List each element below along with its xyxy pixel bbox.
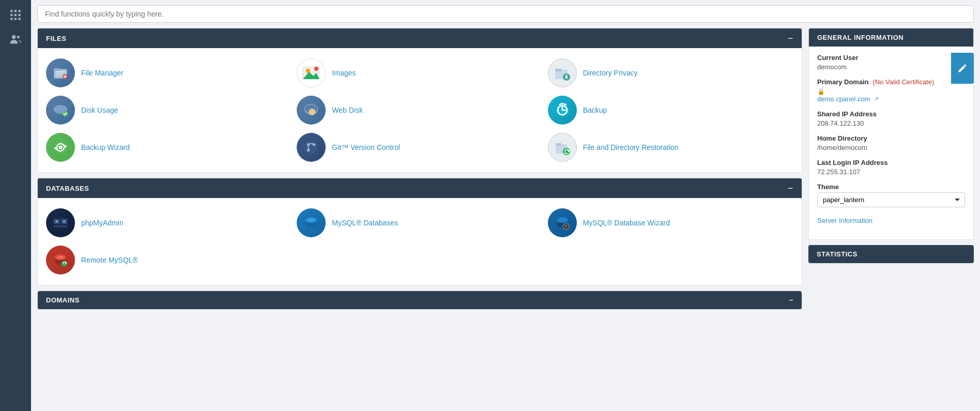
left-sidebar <box>0 0 31 411</box>
general-info-header: GENERAL INFORMATION <box>809 28 973 47</box>
web-disk-label: Web Disk <box>332 106 363 114</box>
databases-section-header[interactable]: DATABASES − <box>38 178 802 198</box>
primary-domain-row: Primary Domain (No Valid Certificate) 🔒 … <box>817 78 965 103</box>
main-container: FILES − <box>31 0 980 411</box>
home-dir-label: Home Directory <box>817 134 965 142</box>
images-item[interactable]: Images <box>297 58 542 87</box>
disk-usage-label: Disk Usage <box>81 106 118 114</box>
backup-wizard-icon <box>46 133 75 162</box>
general-info-panel: GENERAL INFORMATION Current User democom… <box>808 28 974 240</box>
home-dir-value: /home/democom <box>817 144 965 151</box>
external-link-icon: ↗ <box>874 96 879 102</box>
git-icon <box>297 133 326 162</box>
svg-rect-24 <box>555 69 561 71</box>
statistics-header: STATISTICS <box>817 250 858 258</box>
last-login-row: Last Login IP Address 72.255.31.107 <box>817 159 965 176</box>
lock-icon: 🔒 <box>817 88 825 95</box>
server-info-link[interactable]: Server Information <box>817 217 872 224</box>
users-icon[interactable] <box>6 30 25 50</box>
mysql-icon <box>297 208 326 237</box>
databases-section-title: DATABASES <box>46 185 89 192</box>
svg-point-74 <box>57 256 64 258</box>
domains-section-header[interactable]: DOMAINS − <box>38 291 802 309</box>
svg-rect-27 <box>565 77 568 79</box>
mysql-database-wizard-label: MySQL® Database Wizard <box>583 219 670 227</box>
file-restore-icon <box>548 133 577 162</box>
svg-rect-49 <box>556 143 561 146</box>
backup-label: Backup <box>583 106 607 114</box>
file-manager-icon <box>46 58 75 87</box>
mysql-databases-label: MySQL® Databases <box>332 219 398 227</box>
git-version-control-item[interactable]: Git™ Version Control <box>297 133 542 162</box>
svg-point-66 <box>557 217 568 223</box>
last-login-label: Last Login IP Address <box>817 159 965 166</box>
svg-rect-4 <box>14 14 17 16</box>
databases-section: DATABASES − <box>37 178 802 285</box>
svg-point-9 <box>12 35 16 39</box>
mysql-wizard-icon <box>548 208 577 237</box>
shared-ip-value: 208.74.122.130 <box>817 119 965 127</box>
content-area: FILES − <box>31 28 980 411</box>
svg-rect-0 <box>10 10 12 12</box>
home-dir-row: Home Directory /home/democom <box>817 134 965 151</box>
edit-domain-button[interactable] <box>951 53 974 84</box>
theme-select[interactable]: paper_lantern x3 x2 <box>817 192 965 207</box>
domains-collapse-icon: − <box>789 296 793 304</box>
server-info-row: Server Information <box>817 215 965 225</box>
no-valid-cert-badge: (No Valid Certificate) <box>872 78 934 86</box>
disk-usage-icon <box>46 96 75 125</box>
general-info-body: Current User democom Primary Domain (No … <box>809 47 973 239</box>
git-version-control-label: Git™ Version Control <box>332 143 400 151</box>
directory-privacy-label: Directory Privacy <box>583 69 638 77</box>
primary-domain-label: Primary Domain (No Valid Certificate) <box>817 78 939 86</box>
svg-rect-55 <box>54 225 67 227</box>
svg-rect-5 <box>18 14 20 16</box>
right-panel: GENERAL INFORMATION Current User democom… <box>808 28 974 405</box>
files-section-title: FILES <box>46 35 66 42</box>
files-section-body: File Manager Images <box>38 48 802 172</box>
backup-item[interactable]: Backup <box>548 96 793 125</box>
search-input[interactable] <box>37 5 974 23</box>
remote-mysql-item[interactable]: Remote MySQL® <box>46 246 292 275</box>
disk-usage-item[interactable]: Disk Usage <box>46 96 292 125</box>
remote-mysql-icon <box>46 246 75 275</box>
svg-point-10 <box>17 36 20 38</box>
web-disk-item[interactable]: Web Disk <box>297 96 542 125</box>
svg-point-42 <box>58 145 62 149</box>
svg-rect-13 <box>56 71 65 72</box>
file-manager-item[interactable]: File Manager <box>46 58 292 87</box>
svg-rect-18 <box>64 76 66 77</box>
file-manager-label: File Manager <box>81 69 124 77</box>
backup-wizard-item[interactable]: Backup Wizard <box>46 133 292 162</box>
phpmyadmin-icon <box>46 208 75 237</box>
files-section: FILES − <box>37 28 802 173</box>
mysql-databases-item[interactable]: MySQL® Databases <box>297 208 542 237</box>
shared-ip-row: Shared IP Address 208.74.122.130 <box>817 110 965 127</box>
current-user-label: Current User <box>817 54 965 62</box>
backup-wizard-label: Backup Wizard <box>81 143 130 151</box>
theme-row: Theme paper_lantern x3 x2 <box>817 183 965 207</box>
shared-ip-label: Shared IP Address <box>817 110 965 118</box>
phpmyadmin-item[interactable]: phpMyAdmin <box>46 208 292 237</box>
svg-point-57 <box>63 221 65 223</box>
svg-point-56 <box>56 221 58 223</box>
directory-privacy-item[interactable]: Directory Privacy <box>548 58 793 87</box>
phpmyadmin-label: phpMyAdmin <box>81 219 124 227</box>
primary-domain-url-row: 🔒 demo.cpanel.com ↗ <box>817 87 939 103</box>
svg-point-22 <box>314 67 318 71</box>
web-disk-icon <box>297 96 326 125</box>
svg-rect-8 <box>18 18 20 20</box>
file-directory-restoration-item[interactable]: File and Directory Restoration <box>548 133 793 162</box>
files-section-header[interactable]: FILES − <box>38 28 802 48</box>
primary-domain-link[interactable]: demo.cpanel.com ↗ <box>817 95 939 103</box>
databases-section-body: phpMyAdmin My <box>38 198 802 285</box>
mysql-database-wizard-item[interactable]: MySQL® Database Wizard <box>548 208 793 237</box>
grid-icon[interactable] <box>6 5 25 25</box>
theme-label: Theme <box>817 183 965 191</box>
directory-privacy-icon <box>548 58 577 87</box>
svg-rect-15 <box>56 75 62 77</box>
svg-rect-6 <box>10 18 12 20</box>
domains-section-title: DOMAINS <box>46 296 80 304</box>
images-label: Images <box>332 69 356 77</box>
backup-icon <box>548 96 577 125</box>
